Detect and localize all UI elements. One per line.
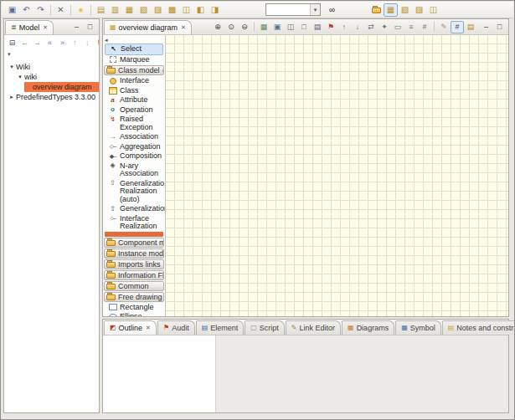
main-toolbar-combo[interactable]: ▾ <box>265 3 321 16</box>
palette-section-class-model[interactable]: Class model« <box>104 65 164 75</box>
tab-link-editor[interactable]: ✎Link Editor <box>286 320 341 335</box>
quick-search-input[interactable] <box>266 5 310 14</box>
tab-element[interactable]: ▤Element <box>196 320 245 335</box>
palette-tool-raised-exception[interactable]: Raised Exception <box>103 115 165 132</box>
tab-symbol[interactable]: ▦Symbol <box>395 320 441 335</box>
align-icon[interactable]: ⇄ <box>364 21 378 33</box>
pen-style-icon[interactable]: ✎ <box>437 21 451 33</box>
create-actor-icon[interactable]: ◧ <box>193 3 208 17</box>
palette-tool-aggregation[interactable]: Aggregation <box>103 142 165 152</box>
tab-notes-and-constraints[interactable]: ▤Notes and constraints <box>442 320 515 335</box>
tree-item-wiki[interactable]: ▾wiki <box>4 72 99 82</box>
tree-expander-icon[interactable]: ▸ <box>8 94 16 100</box>
tree-item-wiki[interactable]: ▾Wiki <box>4 62 99 72</box>
create-interface-icon[interactable]: ▦ <box>122 3 136 17</box>
outline-view-content[interactable] <box>103 335 216 412</box>
marker-icon[interactable]: ⚑ <box>324 21 337 33</box>
create-enumeration-icon[interactable]: ▨ <box>151 3 165 17</box>
tab-audit[interactable]: ⚑Audit <box>157 320 195 335</box>
flag-icon[interactable]: ⚑ <box>94 36 99 49</box>
search-binoculars-icon[interactable]: ∞ <box>325 3 339 17</box>
create-diagram-icon[interactable]: ◨ <box>208 3 222 17</box>
collapse-chevron-icon[interactable]: « <box>162 68 164 74</box>
create-component-icon[interactable]: ▩ <box>165 3 179 17</box>
snap-grid-icon[interactable]: # <box>451 21 464 33</box>
move-down-icon[interactable]: ↓ <box>81 36 94 49</box>
collapse-all-icon[interactable]: ⊟ <box>6 36 18 49</box>
palette-section-imports-links[interactable]: Imports links <box>104 259 164 269</box>
distribute-icon[interactable]: ✦ <box>378 21 391 33</box>
maximize-icon[interactable]: □ <box>85 23 95 31</box>
palette-tool-n-ary-association[interactable]: N-ary Association <box>103 161 165 179</box>
create-package-icon[interactable]: ▤ <box>94 3 108 17</box>
delete-icon[interactable]: ✕ <box>54 3 68 17</box>
prev-related-icon[interactable]: « <box>44 36 56 49</box>
tree-item-predefinedtypes-3-3-00[interactable]: ▸PredefinedTypes 3.3.00 <box>4 92 99 102</box>
palette-tool-class[interactable]: Class <box>103 86 165 96</box>
move-up-icon[interactable]: ↑ <box>69 36 81 49</box>
diagram-canvas[interactable] <box>166 35 508 316</box>
close-icon[interactable]: ✕ <box>146 325 151 331</box>
minimize-icon[interactable]: – <box>72 23 81 31</box>
fit-content-icon[interactable]: ▭ <box>391 21 404 33</box>
palette-tool-attribute[interactable]: Attribute <box>103 95 165 105</box>
grid-visible-icon[interactable]: # <box>418 21 431 33</box>
close-icon[interactable]: ✕ <box>43 24 48 31</box>
palette-section-free-drawing[interactable]: Free drawing« <box>104 292 164 302</box>
palette-tool-interface[interactable]: Interface <box>103 76 165 86</box>
layers-icon[interactable]: ▤ <box>464 21 477 33</box>
palette-section-information-flo[interactable]: Information Flo... <box>104 270 164 280</box>
tree-item-overview-diagram[interactable]: overview diagram <box>4 82 99 92</box>
close-icon[interactable]: ✕ <box>181 24 186 31</box>
palette-tool-generalization[interactable]: Generalization <box>103 204 165 214</box>
zoom-in-icon[interactable]: ⊕ <box>211 21 224 33</box>
nav-forward-icon[interactable]: → <box>31 36 44 49</box>
perspective-analyst-icon[interactable]: ▧ <box>398 3 412 17</box>
minimize-icon[interactable]: – <box>482 23 491 31</box>
combo-dropdown-icon[interactable]: ▾ <box>310 4 320 15</box>
palette-tool-operation[interactable]: Operation <box>103 105 165 115</box>
nav-back-icon[interactable]: ← <box>18 36 31 49</box>
tab-script[interactable]: ▢Script <box>245 320 285 335</box>
open-model-icon[interactable] <box>369 3 384 17</box>
send-back-icon[interactable]: ↓ <box>351 21 364 33</box>
palette-section-component-mo[interactable]: Component mo... <box>104 238 164 248</box>
maximize-icon[interactable]: □ <box>495 23 504 31</box>
create-datatype-icon[interactable]: ▧ <box>136 3 151 17</box>
tab-outline[interactable]: ◩Outline✕ <box>104 320 157 335</box>
tree-expander-icon[interactable]: ▾ <box>8 64 16 70</box>
print-icon[interactable]: ▤ <box>311 21 324 33</box>
palette-tool-association[interactable]: Association <box>103 132 165 142</box>
palette-tool-rectangle[interactable]: Rectangle <box>103 303 165 313</box>
save-icon[interactable]: ▣ <box>5 3 19 17</box>
undo-icon[interactable]: ↶ <box>19 3 33 17</box>
export-image-icon[interactable]: ▦ <box>257 21 270 33</box>
view-menu-icon[interactable]: ▾ <box>8 51 11 58</box>
tree-expander-icon[interactable]: ▾ <box>16 74 24 80</box>
perspective-doc-icon[interactable]: ◫ <box>426 3 440 17</box>
save-diagram-icon[interactable]: ▣ <box>270 21 284 33</box>
palette-tool-marquee[interactable]: Marquee <box>103 55 165 65</box>
bring-front-icon[interactable]: ↑ <box>337 21 351 33</box>
tab-overview-diagram[interactable]: ▦ overview diagram ✕ <box>104 20 192 34</box>
redo-icon[interactable]: ↷ <box>33 3 48 17</box>
palette-collapse-icon[interactable]: ◂ <box>105 37 108 44</box>
show-overview-icon[interactable]: □ <box>297 21 311 33</box>
create-class-icon[interactable]: ▥ <box>108 3 122 17</box>
palette-tool-generalizatio-realization-auto[interactable]: Generalizatio... Realization (auto) <box>103 179 165 205</box>
zoom-100-icon[interactable]: ⊙ <box>224 21 238 33</box>
next-related-icon[interactable]: » <box>56 36 69 49</box>
palette-section-common[interactable]: Common <box>104 281 164 291</box>
palette-tool-select[interactable]: Select <box>105 44 163 55</box>
page-layout-icon[interactable]: ≡ <box>404 21 418 33</box>
tab-model[interactable]: ≣ Model ✕ <box>5 20 54 34</box>
palette-item-clipped[interactable] <box>105 232 163 237</box>
palette-tool-ellipse[interactable]: Ellipse <box>103 312 165 316</box>
zoom-out-icon[interactable]: ⊖ <box>238 21 251 33</box>
create-usecase-icon[interactable]: ◫ <box>179 3 193 17</box>
palette-section-instance-model[interactable]: Instance model <box>104 248 164 259</box>
lightbulb-icon[interactable]: ● <box>74 3 88 17</box>
palette-tool-interface-realization[interactable]: Interface Realization <box>103 214 165 232</box>
perspective-dev-icon[interactable]: ▨ <box>412 3 426 17</box>
palette-tool-composition[interactable]: Composition <box>103 151 165 161</box>
